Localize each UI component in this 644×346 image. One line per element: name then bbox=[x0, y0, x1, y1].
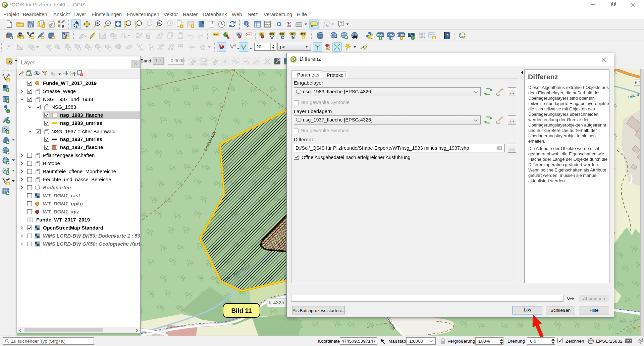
svg-text:T: T bbox=[340, 21, 342, 26]
svg-text:ε: ε bbox=[224, 58, 226, 64]
svg-text:1:1: 1:1 bbox=[148, 22, 151, 24]
svg-text:?: ? bbox=[446, 33, 449, 38]
svg-text:abc: abc bbox=[270, 33, 274, 35]
svg-text:abc: abc bbox=[280, 33, 284, 35]
svg-text:ab: ab bbox=[260, 33, 263, 35]
svg-text:abc: abc bbox=[290, 33, 294, 35]
svg-text:Σ: Σ bbox=[287, 20, 291, 28]
svg-text:KML: KML bbox=[377, 33, 383, 37]
svg-text:KMZ: KMZ bbox=[388, 33, 394, 37]
svg-text:abc: abc bbox=[214, 33, 218, 36]
svg-text:K 4325: K 4325 bbox=[269, 300, 284, 305]
svg-text:a: a bbox=[62, 23, 64, 28]
svg-text:HTML: HTML bbox=[397, 33, 405, 37]
svg-text:abc: abc bbox=[301, 33, 305, 35]
svg-text:ab: ab bbox=[237, 33, 240, 35]
svg-text:abc: abc bbox=[247, 33, 251, 36]
svg-text:Bild 11: Bild 11 bbox=[231, 307, 252, 314]
